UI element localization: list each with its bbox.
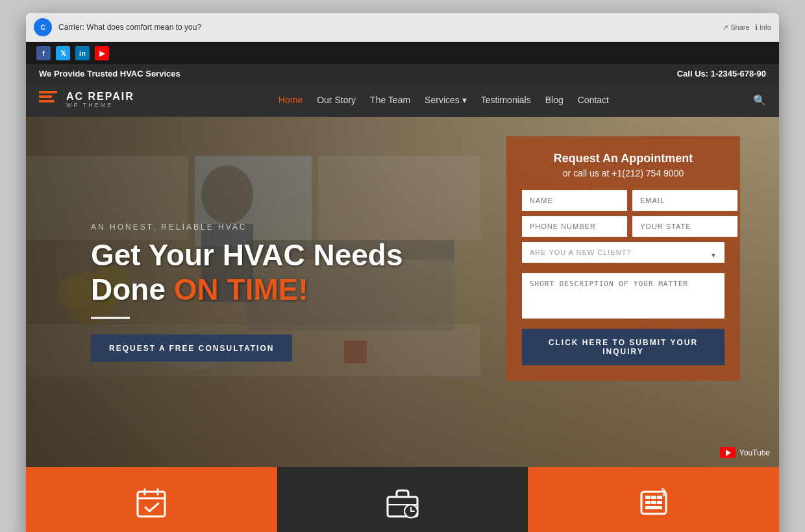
nav-links: Home Our Story The Team Services ▾ Testi… <box>279 94 609 106</box>
youtube-badge: YouTube <box>720 447 770 458</box>
bottom-cards <box>26 467 779 532</box>
svg-rect-35 <box>645 506 662 509</box>
logo-text: AC REPAIR WP THEME <box>66 91 134 108</box>
hero-section: AN HONEST, RELIABLE HVAC Get Your HVAC N… <box>26 117 779 467</box>
nav-link-services[interactable]: Services ▾ <box>425 95 467 105</box>
nav-item-services[interactable]: Services ▾ <box>425 94 467 106</box>
logo-main-text: AC REPAIR <box>66 91 134 102</box>
browser-title: Carrier: What does comfort mean to you? <box>58 23 716 32</box>
navigation: AC REPAIR WP THEME Home Our Story The Te… <box>26 83 779 117</box>
description-textarea[interactable] <box>522 273 724 319</box>
nav-link-testimonials[interactable]: Testimonials <box>481 95 531 105</box>
appointment-form: Request An Appointment or call us at +1(… <box>506 136 740 381</box>
nav-item-our-story[interactable]: Our Story <box>317 94 356 106</box>
phone-icon <box>638 487 670 519</box>
bottom-card-tech[interactable] <box>277 467 528 532</box>
consultation-button[interactable]: REQUEST A FREE CONSULTATION <box>91 334 292 361</box>
share-button[interactable]: ↗ Share <box>723 23 749 32</box>
svg-rect-30 <box>651 496 656 499</box>
calendar-icon <box>135 487 167 519</box>
hero-title-plain: Done <box>91 272 174 306</box>
search-icon[interactable]: 🔍 <box>753 94 766 106</box>
linkedin-icon[interactable]: in <box>75 46 90 60</box>
hero-subtitle: AN HONEST, RELIABLE HVAC <box>91 223 403 232</box>
logo-bar-1 <box>39 91 57 93</box>
nav-item-contact[interactable]: Contact <box>578 94 609 106</box>
svg-rect-29 <box>645 496 650 499</box>
client-select-wrapper: ARE YOU A NEW CLIENT? YES NO <box>522 242 724 268</box>
tagline-text: We Provide Trusted HVAC Services <box>39 69 180 79</box>
phone-number: Call Us: 1-2345-678-90 <box>677 69 766 79</box>
client-select[interactable]: ARE YOU A NEW CLIENT? YES NO <box>522 242 724 263</box>
nav-item-team[interactable]: The Team <box>370 94 410 106</box>
svg-rect-32 <box>645 501 650 504</box>
logo-sub-text: WP THEME <box>66 102 134 108</box>
svg-rect-33 <box>651 501 656 504</box>
nav-link-home[interactable]: Home <box>279 95 303 105</box>
logo-icon <box>39 91 60 109</box>
youtube-social-icon[interactable]: ▶ <box>95 46 109 60</box>
form-row-1 <box>522 190 724 211</box>
hero-divider <box>91 317 130 319</box>
nav-item-blog[interactable]: Blog <box>545 94 564 106</box>
logo: AC REPAIR WP THEME <box>39 91 134 109</box>
nav-link-contact[interactable]: Contact <box>578 95 609 105</box>
hero-title-line2: Done ON TIME! <box>91 272 403 307</box>
form-subtitle: or call us at +1(212) 754 9000 <box>522 168 724 178</box>
email-input[interactable] <box>632 190 737 211</box>
tech-icon <box>385 487 420 519</box>
hero-content: AN HONEST, RELIABLE HVAC Get Your HVAC N… <box>91 223 403 362</box>
name-input[interactable] <box>522 190 627 211</box>
hero-title-line1: Get Your HVAC Needs <box>91 238 403 272</box>
form-row-2 <box>522 216 724 237</box>
hero-title: Get Your HVAC Needs Done ON TIME! <box>91 238 403 307</box>
nav-link-blog[interactable]: Blog <box>545 95 564 105</box>
top-info-bar: We Provide Trusted HVAC Services Call Us… <box>26 64 779 83</box>
browser-logo: C <box>34 18 52 36</box>
svg-rect-31 <box>657 496 662 499</box>
bottom-card-calendar[interactable] <box>26 467 277 532</box>
youtube-label: YouTube <box>739 448 770 457</box>
browser-actions: ↗ Share ℹ Info <box>723 23 771 32</box>
svg-rect-19 <box>138 492 165 516</box>
youtube-play-icon <box>726 450 731 456</box>
phone-input[interactable] <box>522 216 627 237</box>
nav-link-our-story[interactable]: Our Story <box>317 95 356 105</box>
nav-item-testimonials[interactable]: Testimonials <box>481 94 531 106</box>
submit-button[interactable]: CLICK HERE TO SUBMIT YOUR INQUIRY <box>522 329 724 365</box>
form-title: Request An Appointment <box>522 152 724 165</box>
youtube-icon <box>720 447 736 458</box>
top-social-bar: f 𝕏 in ▶ <box>26 42 779 64</box>
browser-bar: C Carrier: What does comfort mean to you… <box>26 13 779 42</box>
svg-rect-34 <box>657 501 662 504</box>
nav-link-team[interactable]: The Team <box>370 95 410 105</box>
state-input[interactable] <box>632 216 737 237</box>
nav-item-home[interactable]: Home <box>279 94 303 106</box>
logo-bar-3 <box>39 100 55 103</box>
bottom-card-phone[interactable] <box>528 467 779 532</box>
logo-bar-2 <box>39 95 52 98</box>
hero-title-highlight: ON TIME! <box>174 272 308 306</box>
info-button[interactable]: ℹ Info <box>755 23 771 32</box>
twitter-icon[interactable]: 𝕏 <box>56 46 70 60</box>
facebook-icon[interactable]: f <box>36 46 51 60</box>
website-content: f 𝕏 in ▶ We Provide Trusted HVAC Service… <box>26 42 779 532</box>
browser-window: C Carrier: What does comfort mean to you… <box>26 13 779 532</box>
